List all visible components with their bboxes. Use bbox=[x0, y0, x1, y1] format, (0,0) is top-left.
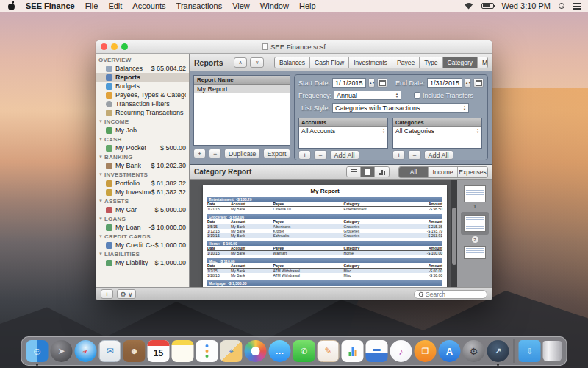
next-report-button[interactable]: ∨ bbox=[250, 57, 264, 68]
battery-icon[interactable] bbox=[481, 3, 494, 9]
notification-center-icon[interactable] bbox=[573, 3, 581, 10]
export-button[interactable]: Export bbox=[263, 149, 290, 158]
thumbnail-page-2[interactable] bbox=[464, 215, 486, 232]
sidebar-header-overview[interactable]: OVERVIEW bbox=[96, 55, 189, 64]
sidebar-item-my-pocket[interactable]: My Pocket$ 500.00 bbox=[96, 144, 189, 152]
menu-app[interactable]: SEE Finance bbox=[26, 1, 75, 10]
end-date-field[interactable]: 1/31/2015 bbox=[427, 78, 462, 88]
facetime-icon[interactable]: ✆ bbox=[293, 340, 315, 362]
numbers-icon[interactable] bbox=[342, 340, 364, 362]
segment-all[interactable]: All bbox=[399, 167, 429, 177]
sidebar-header-cash[interactable]: ▼CASH bbox=[96, 135, 189, 144]
thumbnail-page-1[interactable] bbox=[464, 185, 486, 202]
sidebar-item-my-liability[interactable]: My Liability-$ 1,000.00 bbox=[96, 258, 189, 267]
preview-scrollbar[interactable] bbox=[451, 180, 457, 287]
menu-help[interactable]: Help bbox=[299, 1, 316, 10]
maps-icon[interactable]: ⌖ bbox=[220, 340, 243, 362]
sidebar-header-assets[interactable]: ▼ASSETS bbox=[96, 197, 189, 205]
spotlight-icon[interactable] bbox=[559, 3, 564, 9]
pages-icon[interactable]: ✎ bbox=[318, 340, 340, 362]
sidebar-header-liabilities[interactable]: ▼LIABILITIES bbox=[96, 250, 189, 258]
menu-transactions[interactable]: Transactions bbox=[176, 1, 223, 10]
segment-expenses[interactable]: Expenses bbox=[458, 167, 487, 177]
downloads-folder-icon[interactable]: ⇩ bbox=[519, 340, 541, 362]
sidebar-item-recurring[interactable]: Recurring Transactions bbox=[96, 108, 189, 117]
calendar-icon[interactable]: 15 bbox=[148, 340, 170, 362]
messages-icon[interactable]: … bbox=[269, 340, 291, 362]
menu-file[interactable]: File bbox=[85, 1, 98, 10]
sidebar-header-loans[interactable]: ▼LOANS bbox=[96, 214, 189, 223]
mail-icon[interactable]: ✉ bbox=[99, 340, 121, 362]
title-bar[interactable]: SEE Finance.scsf bbox=[96, 40, 492, 54]
scrollbar-thumb[interactable] bbox=[452, 208, 456, 265]
keynote-icon[interactable]: ▬ bbox=[366, 340, 388, 362]
sidebar-item-portfolio[interactable]: Portfolio$ 61,382.32 bbox=[96, 179, 189, 188]
contacts-icon[interactable]: ☻ bbox=[123, 340, 146, 362]
tab-memo[interactable]: Memo bbox=[478, 57, 488, 68]
tab-type[interactable]: Type bbox=[420, 57, 442, 68]
tab-payee[interactable]: Payee bbox=[392, 57, 420, 68]
accounts-add-all-button[interactable]: Add All bbox=[330, 150, 359, 160]
menu-clock[interactable]: Wed 3:10 PM bbox=[502, 1, 551, 10]
accounts-row[interactable]: All Accounts▲▼ bbox=[299, 127, 387, 135]
list-view-button[interactable] bbox=[347, 167, 361, 177]
tab-category[interactable]: Category bbox=[443, 57, 478, 68]
categories-row[interactable]: All Categories▲▼ bbox=[393, 127, 481, 135]
chart-view-button[interactable] bbox=[375, 167, 389, 177]
sidebar-item-balances[interactable]: Balances$ 65,084.62 bbox=[96, 64, 189, 73]
ibooks-icon[interactable]: ❐ bbox=[415, 340, 437, 362]
app-store-icon[interactable]: A bbox=[439, 340, 461, 362]
tab-balances[interactable]: Balances bbox=[275, 57, 310, 68]
reminders-icon[interactable] bbox=[196, 340, 218, 362]
disclosure-triangle-icon[interactable]: ▼ bbox=[98, 137, 104, 141]
sidebar-header-investments[interactable]: ▼INVESTMENTS bbox=[96, 170, 189, 179]
disclosure-triangle-icon[interactable]: ▼ bbox=[98, 252, 104, 256]
include-transfers-checkbox[interactable] bbox=[414, 92, 420, 99]
sidebar-item-my-investments[interactable]: My Investments$ 61,382.32 bbox=[96, 188, 189, 197]
search-input[interactable] bbox=[426, 291, 483, 298]
apple-menu-icon[interactable] bbox=[7, 2, 15, 10]
photos-icon[interactable] bbox=[245, 340, 267, 362]
remove-report-button[interactable]: − bbox=[209, 149, 221, 158]
page-view-button[interactable] bbox=[361, 167, 375, 177]
trash-icon[interactable] bbox=[543, 341, 562, 361]
menu-window[interactable]: Window bbox=[260, 1, 289, 10]
categories-add-button[interactable]: + bbox=[392, 150, 405, 160]
see-finance-icon[interactable]: ↗ bbox=[487, 340, 509, 362]
wifi-icon[interactable] bbox=[465, 3, 473, 10]
sidebar-item-my-bank[interactable]: My Bank$ 10,202.30 bbox=[96, 161, 189, 170]
sidebar-item-my-job[interactable]: My Job bbox=[96, 126, 189, 135]
end-date-stepper[interactable]: ▲▼ bbox=[465, 78, 471, 88]
sidebar-item-my-credit-card[interactable]: My Credit Card-$ 1,000.00 bbox=[96, 241, 189, 250]
start-date-stepper[interactable]: ▲▼ bbox=[368, 78, 375, 88]
report-name-row[interactable]: My Report bbox=[194, 85, 290, 93]
thumbnail-page-3[interactable] bbox=[464, 246, 486, 259]
finder-icon[interactable]: ☺ bbox=[26, 340, 49, 362]
disclosure-triangle-icon[interactable]: ▼ bbox=[98, 199, 104, 203]
sidebar-item-budgets[interactable]: Budgets bbox=[96, 82, 189, 91]
sidebar-item-reports[interactable]: Reports bbox=[96, 73, 189, 82]
sidebar-item-transaction-filters[interactable]: Transaction Filters bbox=[96, 99, 189, 108]
sidebar-header-banking[interactable]: ▼BANKING bbox=[96, 152, 189, 161]
sidebar-item-my-loan[interactable]: My Loan-$ 10,000.00 bbox=[96, 223, 189, 232]
categories-add-all-button[interactable]: Add All bbox=[424, 150, 453, 160]
previous-report-button[interactable]: ∧ bbox=[234, 57, 248, 68]
system-preferences-icon[interactable]: ⚙ bbox=[463, 340, 485, 362]
search-field[interactable] bbox=[414, 290, 487, 299]
add-account-button[interactable]: + bbox=[101, 289, 113, 299]
end-date-calendar-button[interactable] bbox=[473, 78, 484, 88]
sidebar-header-income[interactable]: ▼INCOME bbox=[96, 117, 189, 126]
categories-remove-button[interactable]: − bbox=[408, 150, 420, 160]
notes-icon[interactable] bbox=[172, 340, 194, 362]
disclosure-triangle-icon[interactable]: ▼ bbox=[98, 234, 104, 238]
thumbnail-page-2-selected[interactable] bbox=[461, 212, 489, 235]
frequency-dropdown[interactable]: Annual▲▼ bbox=[334, 91, 401, 100]
segment-income[interactable]: Income bbox=[429, 167, 458, 177]
add-report-button[interactable]: + bbox=[193, 149, 206, 158]
launchpad-icon[interactable]: ➤ bbox=[51, 340, 73, 362]
menu-edit[interactable]: Edit bbox=[108, 1, 122, 10]
start-date-calendar-button[interactable] bbox=[377, 78, 387, 88]
disclosure-triangle-icon[interactable]: ▼ bbox=[98, 119, 104, 124]
safari-icon[interactable]: ➢ bbox=[75, 340, 97, 362]
sidebar-item-my-car[interactable]: My Car$ 5,000.00 bbox=[96, 205, 189, 214]
